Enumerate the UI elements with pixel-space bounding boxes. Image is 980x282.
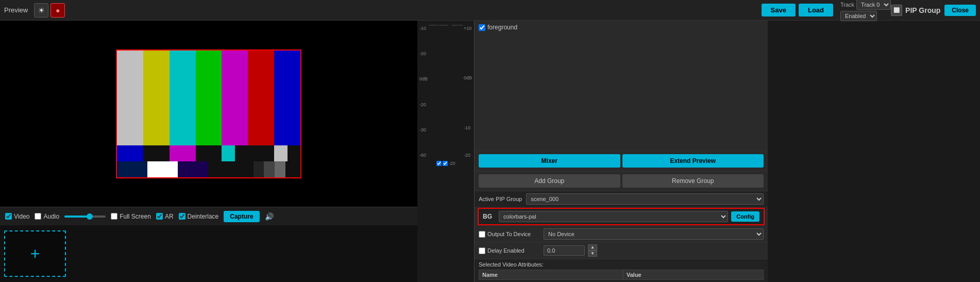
bar-yellow bbox=[143, 51, 170, 146]
thumbnail-strip: + bbox=[0, 225, 417, 282]
output-row: Output To Device No Device bbox=[475, 226, 768, 242]
bar-magenta bbox=[222, 51, 248, 146]
add-group-button[interactable]: Add Group bbox=[479, 174, 620, 188]
deinterlace-checkbox-label[interactable]: Deinterlace bbox=[179, 213, 219, 220]
mixer-button[interactable]: Mixer bbox=[479, 154, 620, 168]
add-icon: + bbox=[30, 244, 40, 263]
remove-group-button[interactable]: Remove Group bbox=[622, 174, 764, 188]
volume-icon[interactable]: 🔊 bbox=[265, 212, 274, 221]
slider-fill bbox=[64, 215, 87, 218]
capture-button[interactable]: Capture bbox=[224, 211, 259, 222]
vu-labels-right: +10 0dB -10 -20 bbox=[464, 25, 472, 159]
attr-value-col: Value bbox=[623, 270, 764, 280]
vu-check-left[interactable] bbox=[436, 161, 442, 166]
fullscreen-checkbox[interactable] bbox=[111, 213, 117, 220]
window-icon: ⬜ bbox=[891, 5, 902, 16]
vu-check-right[interactable] bbox=[443, 161, 448, 166]
enabled-select[interactable]: Enabled bbox=[840, 11, 877, 21]
video-checkbox-label[interactable]: Video bbox=[5, 213, 29, 220]
active-pip-row: Active PIP Group scene_000 bbox=[475, 191, 768, 207]
extend-preview-button[interactable]: Extend Preview bbox=[622, 154, 764, 168]
output-checkbox[interactable] bbox=[479, 231, 485, 238]
fullscreen-checkbox-label[interactable]: Full Screen bbox=[111, 213, 151, 220]
audio-checkbox-label[interactable]: Audio bbox=[35, 213, 59, 220]
pip-buttons-row: Mixer Extend Preview bbox=[475, 151, 768, 171]
device-select[interactable]: No Device bbox=[544, 228, 764, 240]
slider-track[interactable] bbox=[64, 215, 106, 218]
bar-green bbox=[196, 51, 222, 146]
bar-red bbox=[248, 51, 274, 146]
pip-group-title: PIP Group bbox=[905, 6, 940, 14]
bar-blue bbox=[274, 51, 300, 146]
active-pip-select[interactable]: scene_000 bbox=[526, 193, 764, 205]
delay-up-button[interactable]: ▲ bbox=[588, 244, 597, 251]
vu-labels-left: -10 -20 0dB -20 -30 -60 bbox=[419, 25, 428, 159]
brightness-icon[interactable]: ☀ bbox=[34, 3, 48, 18]
foreground-checkbox-label[interactable]: foreground bbox=[479, 24, 764, 31]
color-icon[interactable]: ● bbox=[50, 3, 65, 18]
bars-top bbox=[117, 51, 300, 146]
save-button[interactable]: Save bbox=[762, 4, 796, 16]
bars-bottom bbox=[117, 145, 300, 177]
colorbar-select[interactable]: colorbars-pal bbox=[499, 211, 728, 222]
add-thumbnail-button[interactable]: + bbox=[4, 230, 66, 277]
slider-thumb[interactable] bbox=[87, 213, 93, 220]
foreground-checkbox[interactable] bbox=[479, 24, 485, 31]
deinterlace-checkbox[interactable] bbox=[179, 213, 185, 220]
foreground-section: foreground bbox=[475, 21, 768, 151]
delay-input[interactable] bbox=[544, 245, 585, 256]
bar-gray bbox=[117, 51, 143, 146]
track-select[interactable]: Track 0 bbox=[856, 0, 891, 10]
foreground-label: foreground bbox=[487, 24, 517, 31]
preview-title: Preview bbox=[4, 6, 28, 14]
attr-name-col: Name bbox=[479, 270, 623, 280]
right-panel: foreground Mixer Extend Preview Add Grou… bbox=[474, 21, 768, 282]
top-bar: Preview ☀ ● Save Load Track Track 0 Enab… bbox=[0, 0, 980, 21]
audio-checkbox[interactable] bbox=[35, 213, 41, 220]
delay-label[interactable]: Delay Enabled bbox=[479, 247, 540, 254]
close-button[interactable]: Close bbox=[944, 5, 976, 16]
video-checkbox[interactable] bbox=[5, 213, 12, 220]
delay-down-button[interactable]: ▼ bbox=[588, 251, 597, 257]
output-label[interactable]: Output To Device bbox=[479, 231, 540, 238]
active-pip-label: Active PIP Group bbox=[479, 196, 522, 202]
delay-row: Delay Enabled ▲ ▼ bbox=[475, 242, 768, 259]
preview-area bbox=[0, 21, 417, 207]
delay-checkbox[interactable] bbox=[479, 247, 485, 254]
left-panel: Video Audio Full Screen AR bbox=[0, 21, 417, 282]
delay-spinners: ▲ ▼ bbox=[588, 244, 597, 257]
attrs-table: Name Value bbox=[479, 270, 764, 280]
group-buttons-row: Add Group Remove Group bbox=[475, 171, 768, 191]
config-button[interactable]: Config bbox=[731, 211, 759, 222]
color-bars bbox=[117, 51, 300, 177]
vu-meter-panel: -10 -20 0dB -20 -30 -60 +10 bbox=[417, 21, 474, 282]
bg-label: BG bbox=[483, 213, 496, 220]
video-preview bbox=[116, 49, 301, 178]
vu-meter-cyan bbox=[451, 25, 463, 26]
volume-slider[interactable] bbox=[64, 215, 106, 218]
bg-row: BG colorbars-pal Config bbox=[478, 208, 765, 225]
bottom-controls: Video Audio Full Screen AR bbox=[0, 207, 417, 225]
video-attrs-title: Selected Video Attributes: bbox=[479, 261, 764, 268]
bar-cyan bbox=[170, 51, 196, 146]
video-attrs-section: Selected Video Attributes: Name Value bbox=[475, 259, 768, 282]
vu-meter-right bbox=[439, 25, 448, 26]
ar-checkbox[interactable] bbox=[156, 213, 163, 220]
ar-checkbox-label[interactable]: AR bbox=[156, 213, 174, 220]
track-label: Track bbox=[840, 2, 854, 8]
main-content: Video Audio Full Screen AR bbox=[0, 21, 980, 282]
load-button[interactable]: Load bbox=[799, 4, 833, 16]
vu-meter-left bbox=[429, 25, 438, 26]
